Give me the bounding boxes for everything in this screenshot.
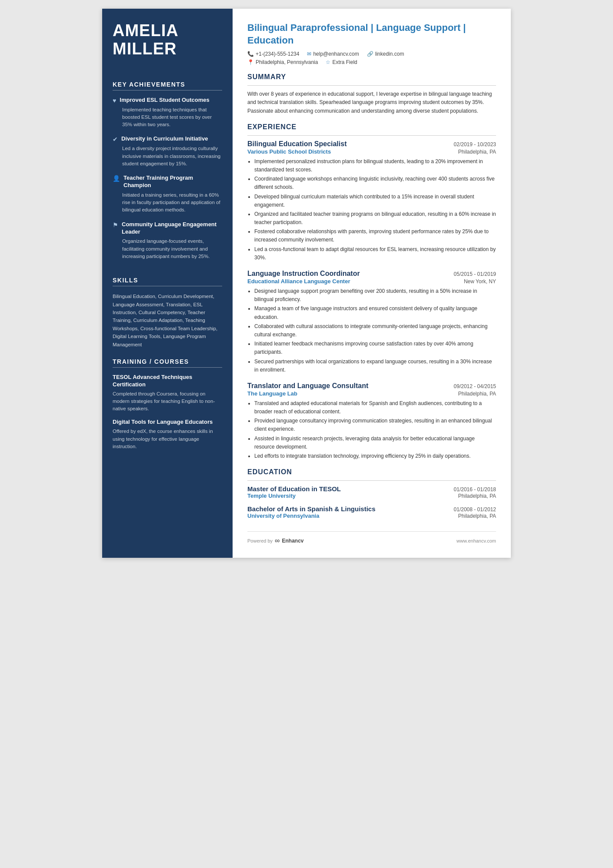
edu-location: Philadelphia, PA bbox=[458, 513, 496, 519]
powered-by-text: Powered by bbox=[247, 538, 273, 543]
achievement-title: Community Language Engagement Leader bbox=[122, 221, 222, 236]
achievements-list: ♥ Improved ESL Student Outcomes Implemen… bbox=[113, 97, 222, 268]
summary-text: With over 8 years of experience in educa… bbox=[247, 90, 496, 115]
resume-wrapper: AMELIA MILLER KEY ACHIEVEMENTS ♥ Improve… bbox=[102, 9, 511, 558]
experience-heading: EXPERIENCE bbox=[247, 123, 496, 131]
job-title: Bilingual Education Specialist bbox=[247, 140, 346, 148]
edu-header: Bachelor of Arts in Spanish & Linguistic… bbox=[247, 505, 496, 513]
edu-school: University of Pennsylvania bbox=[247, 513, 319, 519]
exp-date: 09/2012 - 04/2015 bbox=[454, 383, 496, 389]
education-heading: EDUCATION bbox=[247, 468, 496, 476]
bullet-item: Developed bilingual curriculum materials… bbox=[254, 193, 496, 209]
training-desc: Offered by edX, the course enhances skil… bbox=[113, 428, 222, 450]
email-contact: ✉ help@enhancv.com bbox=[307, 51, 359, 57]
achievement-title: Teacher Training Program Champion bbox=[123, 174, 222, 189]
sidebar: AMELIA MILLER KEY ACHIEVEMENTS ♥ Improve… bbox=[102, 9, 233, 558]
name-line2: MILLER bbox=[113, 40, 177, 58]
experience-divider bbox=[247, 135, 496, 136]
footer-left: Powered by ∞ Enhancv bbox=[247, 537, 304, 545]
summary-divider bbox=[247, 85, 496, 86]
skills-section-title: SKILLS bbox=[113, 277, 222, 286]
edu-subrow: University of Pennsylvania Philadelphia,… bbox=[247, 513, 496, 519]
main-content: Bilingual Paraprofessional | Language Su… bbox=[233, 9, 511, 558]
achievement-desc: Organized language-focused events, facil… bbox=[113, 238, 222, 260]
bullet-item: Organized and facilitated teacher traini… bbox=[254, 210, 496, 227]
location-contact: 📍 Philadelphia, Pennsylvania bbox=[247, 59, 318, 65]
achievement-title: Diversity in Curriculum Initiative bbox=[121, 135, 208, 143]
exp-subrow: Educational Alliance Language Center New… bbox=[247, 278, 496, 285]
edu-date: 01/2016 - 01/2018 bbox=[454, 486, 496, 493]
linkedin-icon: 🔗 bbox=[367, 51, 373, 57]
location-text: Philadelphia, Pennsylvania bbox=[256, 59, 318, 65]
achievement-header: ✔ Diversity in Curriculum Initiative bbox=[113, 135, 222, 143]
star-icon: ☆ bbox=[326, 59, 330, 65]
phone-icon: 📞 bbox=[247, 51, 254, 57]
training-item: Digital Tools for Language Educators Off… bbox=[113, 419, 222, 450]
bullet-item: Led a cross-functional team to adapt dig… bbox=[254, 245, 496, 262]
bullet-item: Coordinated language workshops enhancing… bbox=[254, 175, 496, 191]
company-name: Educational Alliance Language Center bbox=[247, 278, 350, 285]
training-title: Digital Tools for Language Educators bbox=[113, 419, 222, 426]
education-item: Master of Education in TESOL 01/2016 - 0… bbox=[247, 485, 496, 499]
location-icon: 📍 bbox=[247, 59, 254, 65]
training-desc: Completed through Coursera, focusing on … bbox=[113, 390, 222, 413]
achievement-desc: Implemented teaching techniques that boo… bbox=[113, 106, 222, 129]
exp-location: Philadelphia, PA bbox=[458, 149, 496, 155]
skills-text: Bilingual Education, Curriculum Developm… bbox=[113, 292, 222, 349]
achievement-title: Improved ESL Student Outcomes bbox=[120, 97, 209, 104]
exp-location: Philadelphia, PA bbox=[458, 391, 496, 397]
education-item: Bachelor of Arts in Spanish & Linguistic… bbox=[247, 505, 496, 519]
heart-icon: ♥ bbox=[113, 97, 116, 104]
edu-degree: Bachelor of Arts in Spanish & Linguistic… bbox=[247, 505, 376, 513]
exp-location: New York, NY bbox=[464, 278, 496, 285]
linkedin-text: linkedin.com bbox=[375, 51, 404, 57]
edu-subrow: Temple University Philadelphia, PA bbox=[247, 493, 496, 499]
achievement-header: ⚑ Community Language Engagement Leader bbox=[113, 221, 222, 236]
exp-bullets: Translated and adapted educational mater… bbox=[247, 399, 496, 460]
training-title: TESOL Advanced Techniques Certification bbox=[113, 374, 222, 389]
job-title: Language Instruction Coordinator bbox=[247, 270, 360, 278]
achievements-section-title: KEY ACHIEVEMENTS bbox=[113, 81, 222, 90]
achievement-header: 👤 Teacher Training Program Champion bbox=[113, 174, 222, 189]
job-title: Translator and Language Consultant bbox=[247, 382, 368, 390]
company-name: The Language Lab bbox=[247, 390, 297, 397]
training-list: TESOL Advanced Techniques Certification … bbox=[113, 374, 222, 456]
extra-text: Extra Field bbox=[332, 59, 357, 65]
edu-school: Temple University bbox=[247, 493, 296, 499]
training-item: TESOL Advanced Techniques Certification … bbox=[113, 374, 222, 413]
exp-header: Translator and Language Consultant 09/20… bbox=[247, 382, 496, 390]
footer: Powered by ∞ Enhancv www.enhancv.com bbox=[247, 531, 496, 545]
exp-subrow: The Language Lab Philadelphia, PA bbox=[247, 390, 496, 397]
bullet-item: Translated and adapted educational mater… bbox=[254, 399, 496, 416]
summary-heading: SUMMARY bbox=[247, 73, 496, 81]
edu-degree: Master of Education in TESOL bbox=[247, 485, 341, 493]
bullet-item: Managed a team of five language instruct… bbox=[254, 305, 496, 321]
email-text: help@enhancv.com bbox=[313, 51, 359, 57]
edu-header: Master of Education in TESOL 01/2016 - 0… bbox=[247, 485, 496, 493]
contact-row-2: 📍 Philadelphia, Pennsylvania ☆ Extra Fie… bbox=[247, 59, 496, 65]
experience-item: Translator and Language Consultant 09/20… bbox=[247, 382, 496, 460]
exp-date: 02/2019 - 10/2023 bbox=[454, 141, 496, 147]
extra-contact: ☆ Extra Field bbox=[326, 59, 357, 65]
achievement-item: ♥ Improved ESL Student Outcomes Implemen… bbox=[113, 97, 222, 129]
training-section-title: TRAINING / COURSES bbox=[113, 358, 222, 368]
check-icon: ✔ bbox=[113, 136, 118, 143]
bullet-item: Designed language support program benefi… bbox=[254, 287, 496, 304]
bullet-item: Fostered collaborative relationships wit… bbox=[254, 228, 496, 244]
bullet-item: Assisted in linguistic research projects… bbox=[254, 435, 496, 451]
edu-location: Philadelphia, PA bbox=[458, 493, 496, 499]
linkedin-contact: 🔗 linkedin.com bbox=[367, 51, 404, 57]
bullet-item: Provided language consultancy improving … bbox=[254, 417, 496, 433]
exp-bullets: Designed language support program benefi… bbox=[247, 287, 496, 374]
bullet-item: Implemented personalized instruction pla… bbox=[254, 158, 496, 174]
exp-bullets: Implemented personalized instruction pla… bbox=[247, 158, 496, 262]
name-line1: AMELIA bbox=[113, 21, 179, 40]
bullet-item: Led efforts to integrate translation tec… bbox=[254, 452, 496, 460]
exp-subrow: Various Public School Districts Philadel… bbox=[247, 148, 496, 155]
flag-icon: ⚑ bbox=[113, 221, 118, 228]
person-icon: 👤 bbox=[113, 175, 120, 182]
email-icon: ✉ bbox=[307, 51, 311, 57]
achievement-item: 👤 Teacher Training Program Champion Init… bbox=[113, 174, 222, 214]
contact-row: 📞 +1-(234)-555-1234 ✉ help@enhancv.com 🔗… bbox=[247, 51, 496, 57]
experience-item: Bilingual Education Specialist 02/2019 -… bbox=[247, 140, 496, 262]
